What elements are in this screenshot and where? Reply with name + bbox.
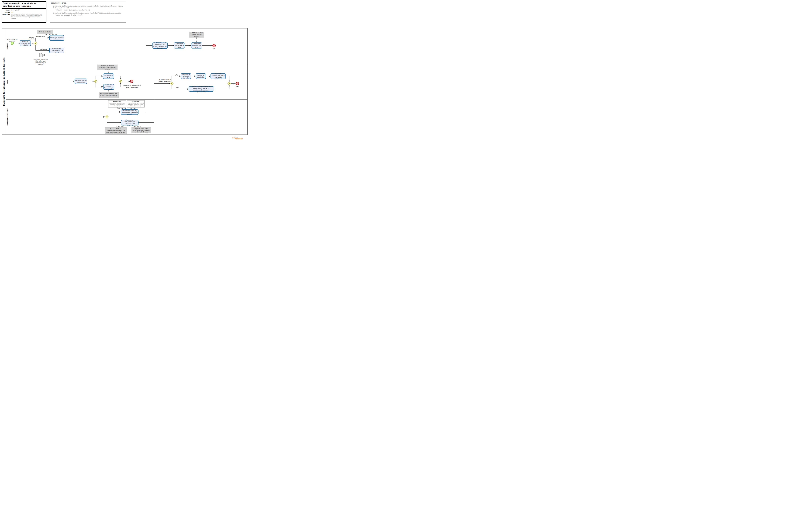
edge-label-programada: Programada bbox=[39, 48, 47, 50]
document-item: 2. Regimento Didático dos Cursos Técnico… bbox=[53, 12, 124, 14]
task-label: Acompanhar o horário das aulas bbox=[182, 74, 190, 79]
annotation-assinatura: Assinatura de, pelo menos, 50% de alunos… bbox=[189, 32, 204, 38]
end-event-label-repasse: Repasse de informação de ausência realiz… bbox=[122, 85, 143, 89]
pool-title-strip: Fluxograma de comunicação de ausência de… bbox=[2, 28, 6, 134]
description-value: Esse fluxo pretende apresentar os proced… bbox=[11, 14, 45, 19]
gateway-exclusive-join: ✖ bbox=[227, 81, 231, 86]
version-value: 1.0 bbox=[11, 11, 13, 13]
task-comunicar-coordenacao-turma: Comunicar à Coordenação e a turma bbox=[49, 48, 64, 53]
document-item: 1. Regimento Didático dos Cursos Superio… bbox=[53, 5, 124, 9]
end-event-docente bbox=[212, 44, 216, 47]
task-receber-ligacao: Receber ligação do docente bbox=[75, 78, 87, 84]
task-realizar-reposicao: Realizar a reposição da aula bbox=[174, 42, 185, 49]
annotation-nivel-tecnico: Nível Técnico Prazo Máximo: 30 dias (Art… bbox=[127, 100, 145, 108]
exclusive-gateway-icon: ✖ bbox=[34, 41, 38, 45]
task-label: Repassar orientações para realizar repos… bbox=[121, 109, 138, 115]
powered-by-label: Powered by bbox=[233, 136, 247, 137]
annotation-objetivo-cae: Objetivo: Informar aos estudantes a ausê… bbox=[97, 64, 117, 70]
parallel-gateway-icon: ✚ bbox=[94, 79, 98, 83]
lane-label-caen: CAEN bbox=[7, 80, 8, 83]
annotation-text: RAMAL: 3612-1117 bbox=[39, 31, 51, 33]
task-label: Registrar comunicação para a Unidade Aca… bbox=[211, 73, 225, 80]
version-label: Versão: bbox=[2, 11, 10, 13]
annotation-text: Objetivo: Informar aos estudantes a ausê… bbox=[98, 65, 117, 70]
parallel-gateway-icon: ✚ bbox=[119, 79, 122, 83]
bpmn-pool: Fluxograma de comunicação de ausência de… bbox=[2, 28, 248, 135]
author-value: COPLAN JP bbox=[11, 9, 20, 11]
gateway-parallel-split: ✚ bbox=[94, 79, 98, 83]
annotation-ramal: RAMAL: 3612-1117 bbox=[37, 30, 53, 34]
gateway-parallel-join: ✚ bbox=[119, 79, 122, 83]
lane-docente: DOCENTE bbox=[6, 28, 8, 64]
annotation-objetivos-cae: Objetivos CAE: Dar assistência/comunicaç… bbox=[105, 127, 127, 134]
annotation-title: Nível Superior bbox=[109, 101, 126, 102]
gateway-parallel-coordenacao: ✚ bbox=[105, 115, 109, 119]
annotation-text: Objetivos CAE: Dar assistência/comunicaç… bbox=[106, 128, 126, 133]
process-title-box: Da Comunicação de ausência às orientaçõe… bbox=[2, 1, 46, 23]
gateway-comunicacao-recebida: ✖ bbox=[170, 81, 174, 86]
task-definir-data: Definir data para repor aula em comum ac… bbox=[152, 42, 168, 49]
task-label: Comunicar a CAEN por telefone bbox=[50, 36, 63, 40]
task-label: Reportar ausência no trabalho bbox=[20, 40, 30, 46]
task-label: Definir data para repor aula em comum ac… bbox=[153, 42, 167, 49]
task-label: Repassar para a Coordenação do Curso bbox=[104, 83, 114, 90]
modeler-label: Modeler bbox=[235, 138, 243, 140]
task-label: Receber ligação do docente bbox=[75, 79, 87, 83]
document-subitem: TÍTULO III - CAP. II - Da Reposição de A… bbox=[55, 9, 124, 11]
task-reportar-ausencia: Reportar ausência no trabalho bbox=[20, 40, 31, 46]
author-label: Autor: bbox=[2, 9, 10, 11]
lane-caen: CAEN bbox=[6, 64, 8, 99]
task-label: Comunicar a CAE bbox=[104, 74, 113, 78]
end-event-label-fim2: FIM bbox=[235, 86, 240, 88]
task-registrar-comunicacao: Registrar comunicação para a Unidade Aca… bbox=[210, 73, 226, 79]
lane-label-docente: DOCENTE bbox=[7, 43, 8, 49]
annotation-body: Prazo Máximo: 30 dias (Art. 42 do Regime… bbox=[128, 102, 144, 107]
end-event-label-fim: FIM bbox=[212, 48, 216, 50]
annotation-text: Assinatura de, pelo menos, 50% de alunos… bbox=[190, 32, 203, 37]
task-comunicar-caen-telefone: Comunicar a CAEN por telefone bbox=[49, 35, 64, 41]
task-comunicar-cae: Comunicar a CAE bbox=[103, 74, 114, 79]
annotation-text: MELHORIA SUGERIDA: VIA SUAP - Central de… bbox=[99, 93, 118, 96]
annotation-text: Objetivo CAEN: Evitar abertura de notifi… bbox=[132, 128, 151, 133]
annotation-objetivo-caen: Objetivo CAEN: Evitar abertura de notifi… bbox=[132, 127, 151, 133]
document-subitem: CAP. V - Da Reposição de Aulas (Art. 42) bbox=[55, 14, 124, 16]
task-acompanhar-horario: Acompanhar o horário das aulas bbox=[181, 73, 191, 79]
annotation-nivel-superior: Nível Superior Prazo Máximo: 15 dias (Ar… bbox=[108, 100, 126, 108]
start-event-label: Necessidade de ausência bbox=[6, 38, 19, 42]
task-repassar-coordenacao-curso: Repassar para a Coordenação do Curso bbox=[103, 84, 114, 90]
task-label: Tomar ciência e auxiliar na comunicação … bbox=[189, 86, 213, 92]
task-label: Comprovar reposição de aula bbox=[192, 43, 202, 48]
task-label: Comunicar à Coordenação e a turma bbox=[50, 48, 63, 53]
end-event-caen bbox=[235, 82, 239, 85]
base-documents-box: DOCUMENTOS BASE: 1. Regimento Didático d… bbox=[50, 1, 126, 23]
annotation-body: Prazo Máximo: 15 dias (Art. 26 do Regime… bbox=[109, 102, 125, 107]
gateway-tipo-ausencia: ✖ bbox=[34, 41, 38, 45]
description-label: Descrição: bbox=[2, 14, 10, 19]
task-label: Realizar a reposição da aula bbox=[174, 43, 184, 48]
lane-label-coordenacao: COORDENAÇÃO DE CURSO bbox=[7, 109, 8, 126]
edge-label-sim: SIM bbox=[175, 87, 180, 89]
parallel-gateway-icon: ✚ bbox=[105, 115, 109, 119]
document-label-via-suap: VIA SUAP: Processo Eletrônico (com docum… bbox=[33, 58, 49, 65]
annotation-title: Nível Técnico bbox=[127, 101, 144, 102]
pool-title: Fluxograma de comunicação de ausência de… bbox=[3, 57, 5, 106]
task-identificar-ausencias: Identificar ausências bbox=[196, 73, 206, 79]
start-event bbox=[11, 42, 14, 45]
exclusive-gateway-icon: ✖ bbox=[227, 81, 231, 86]
annotation-melhoria: MELHORIA SUGERIDA: VIA SUAP - Central de… bbox=[99, 92, 119, 98]
task-label: Informar com antecedência a CAEN/CAE da … bbox=[121, 119, 138, 126]
bizagi-hexagon-icon bbox=[232, 137, 234, 139]
edge-label-emergencial: Emergencial bbox=[36, 36, 44, 37]
task-comprovar-reposicao: Comprovar reposição de aula bbox=[191, 42, 202, 49]
edge-label-nao: NÃO bbox=[174, 74, 179, 76]
task-tomar-ciencia: Tomar ciência e auxiliar na comunicação … bbox=[189, 86, 214, 92]
process-title: Da Comunicação de ausência às orientaçõe… bbox=[2, 2, 46, 8]
task-repassar-orientacoes: Repassar orientações para realizar repos… bbox=[121, 109, 138, 115]
task-label: Identificar ausências bbox=[196, 74, 205, 78]
end-event-repasse bbox=[130, 80, 133, 83]
bizagi-branding: Powered by bizagi Modeler bbox=[232, 136, 247, 140]
document-icon bbox=[39, 53, 43, 57]
conditional-list-icon bbox=[12, 43, 13, 44]
bpmn-diagram-page: Da Comunicação de ausência às orientaçõe… bbox=[0, 0, 249, 148]
exclusive-gateway-icon: ✖ bbox=[170, 81, 174, 86]
